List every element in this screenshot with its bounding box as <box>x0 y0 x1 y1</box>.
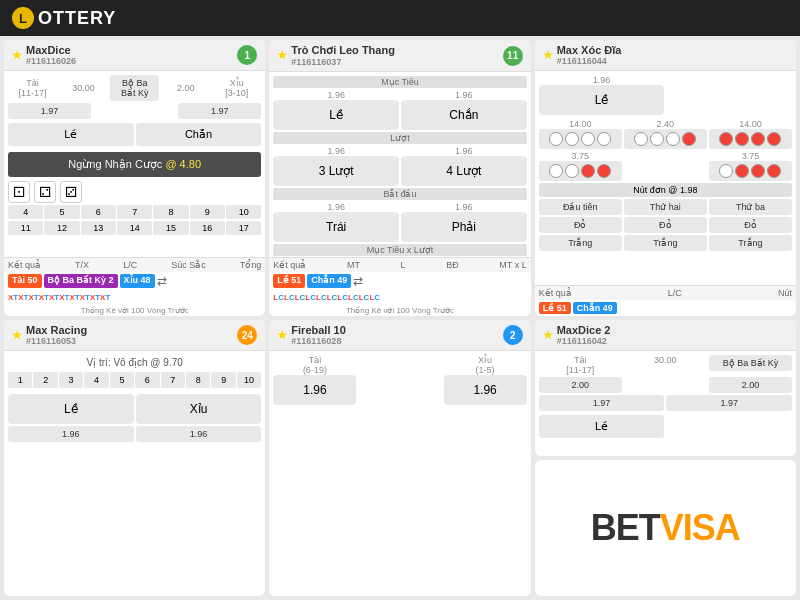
second-btn[interactable]: Thứ hai <box>624 199 707 215</box>
arrows-icon: ⇄ <box>157 274 167 288</box>
four-luot-btn[interactable]: 4 Lượt <box>401 156 527 186</box>
card-body-racing: Vị trí: Vô địch @ 9.70 1 2 3 4 5 6 7 8 9… <box>4 351 265 596</box>
racing-9[interactable]: 9 <box>211 372 235 388</box>
do3-btn[interactable]: Đỏ <box>709 217 792 233</box>
num-17[interactable]: 17 <box>226 221 261 235</box>
section-mt-x-luot: Mục Tiêu x Lượt <box>273 244 526 256</box>
dice-3: ⚂ <box>60 181 82 203</box>
num-5[interactable]: 5 <box>44 205 79 219</box>
num-11[interactable]: 11 <box>8 221 43 235</box>
tab-mtl[interactable]: MT x L <box>499 260 526 270</box>
token-2w2r-btn[interactable] <box>539 161 622 181</box>
racing-8[interactable]: 8 <box>186 372 210 388</box>
racing-3[interactable]: 3 <box>59 372 83 388</box>
card-title-maxdice: ★ MaxDice #116116026 <box>12 44 76 66</box>
nut-don-label: Nút đơn @ 1.98 <box>539 183 792 197</box>
xiu-btn[interactable]: 1.97 <box>178 103 261 119</box>
le-md2-r[interactable]: 1.97 <box>666 395 792 411</box>
tab-ketqua-xoc[interactable]: Kết quả <box>539 288 572 298</box>
racing-1[interactable]: 1 <box>8 372 32 388</box>
card-racing: ★ Max Racing #116116053 24 Vị trí: Vô đị… <box>4 320 265 596</box>
num-13[interactable]: 13 <box>81 221 116 235</box>
num-6[interactable]: 6 <box>81 205 116 219</box>
trang2-btn[interactable]: Trắng <box>624 235 707 251</box>
bo-ba-btn[interactable]: Bộ Ba Bất Kỳ <box>110 75 159 101</box>
warning-banner: Ngừng Nhận Cược @ 4.80 <box>8 152 261 177</box>
betvisa-card: BETVISA <box>535 460 796 596</box>
xiu-fb-btn[interactable]: 1.96 <box>444 375 527 405</box>
num-16[interactable]: 16 <box>190 221 225 235</box>
tab-mt[interactable]: MT <box>347 260 360 270</box>
tai-btn[interactable]: 1.97 <box>8 103 91 119</box>
bo-md2-btn[interactable]: Bộ Ba Bất Kỳ <box>709 355 792 371</box>
card-header-md2: ★ MaxDice 2 #116116042 <box>535 320 796 351</box>
card-header-fireball: ★ Fireball 10 #116116028 2 <box>269 320 530 351</box>
tab-lc-xoc[interactable]: L/C <box>668 288 682 298</box>
header: L OTTERY <box>0 0 800 36</box>
star-icon-racing: ★ <box>12 329 22 342</box>
racing-4[interactable]: 4 <box>84 372 108 388</box>
do1-btn[interactable]: Đỏ <box>539 217 622 233</box>
tai-fb-btn[interactable]: 1.96 <box>273 375 356 405</box>
racing-10[interactable]: 10 <box>237 372 261 388</box>
tag-bo: Bộ Ba Bất Kỳ 2 <box>44 274 118 288</box>
chan-mt-btn[interactable]: Chắn <box>401 100 527 130</box>
tab-lc[interactable]: L/C <box>123 260 137 270</box>
num-14[interactable]: 14 <box>117 221 152 235</box>
le-md2-btn[interactable]: Lề <box>539 415 665 438</box>
racing-5[interactable]: 5 <box>110 372 134 388</box>
card-body-maxdice: Tài [11-17] 30.00 Bộ Ba Bất Kỳ 2.00 Xỉu … <box>4 71 265 257</box>
tab-tx[interactable]: T/X <box>75 260 89 270</box>
num-7[interactable]: 7 <box>117 205 152 219</box>
num-15[interactable]: 15 <box>153 221 188 235</box>
token-4w-btn[interactable] <box>539 129 622 149</box>
num-4[interactable]: 4 <box>8 205 43 219</box>
card-body-md2: Tài [11-17] 30.00 Bộ Ba Bất Kỳ 2.00 2.00 <box>535 351 796 456</box>
xiu-racing-btn[interactable]: Xỉu <box>136 394 262 424</box>
tab-l[interactable]: L <box>401 260 406 270</box>
xiu-md2-btn[interactable]: 2.00 <box>709 377 792 393</box>
tab-bd[interactable]: BĐ <box>446 260 459 270</box>
num-12[interactable]: 12 <box>44 221 79 235</box>
racing-2[interactable]: 2 <box>33 372 57 388</box>
star-icon-fireball: ★ <box>277 329 287 342</box>
xiu-label: Xỉu <box>212 78 261 88</box>
le-btn[interactable]: Lề <box>8 123 134 146</box>
num-8[interactable]: 8 <box>153 205 188 219</box>
tai-md2-btn[interactable]: 2.00 <box>539 377 622 393</box>
chan-btn[interactable]: Chắn <box>136 123 262 146</box>
num-9[interactable]: 9 <box>190 205 225 219</box>
token-1w3r-btn[interactable] <box>709 161 792 181</box>
results-row-leo: Lề 51 Chắn 49 ⇄ <box>269 272 530 290</box>
tab-tong[interactable]: Tổng <box>240 260 262 270</box>
le-racing-btn[interactable]: Lề <box>8 394 134 424</box>
card-maxdice2: ★ MaxDice 2 #116116042 Tài [11-17] 30.00 <box>535 320 796 456</box>
card-title-fireball: ★ Fireball 10 #116116028 <box>277 324 345 346</box>
tab-ketqua[interactable]: Kết quả <box>8 260 41 270</box>
do2-btn[interactable]: Đỏ <box>624 217 707 233</box>
tab-nut[interactable]: Nút <box>778 288 792 298</box>
phai-btn[interactable]: Phải <box>401 212 527 242</box>
first-btn[interactable]: Đầu tiên <box>539 199 622 215</box>
le-xoc-btn[interactable]: Lề <box>539 85 665 115</box>
logo: L OTTERY <box>12 7 116 29</box>
three-luot-btn[interactable]: 3 Lượt <box>273 156 399 186</box>
star-icon: ★ <box>12 49 22 62</box>
trai-btn[interactable]: Trái <box>273 212 399 242</box>
card-header-xoc: ★ Max Xóc Đĩa #116116044 <box>535 40 796 71</box>
token-4r-btn[interactable] <box>709 129 792 149</box>
racing-6[interactable]: 6 <box>135 372 159 388</box>
token-3w1r-btn[interactable] <box>624 129 707 149</box>
card-xoc-dia: ★ Max Xóc Đĩa #116116044 1.96 Lề 14.00 <box>535 40 796 316</box>
trang3-btn[interactable]: Trắng <box>709 235 792 251</box>
le-mt-btn[interactable]: Lề <box>273 100 399 130</box>
third-btn[interactable]: Thứ ba <box>709 199 792 215</box>
card-header-racing: ★ Max Racing #116116053 24 <box>4 320 265 351</box>
tag-chan-49: Chắn 49 <box>307 274 351 288</box>
trang1-btn[interactable]: Trắng <box>539 235 622 251</box>
tab-sucsac[interactable]: Súc Sắc <box>171 260 206 270</box>
num-10[interactable]: 10 <box>226 205 261 219</box>
tab-ketqua-leo[interactable]: Kết quả <box>273 260 306 270</box>
le-md2-l[interactable]: 1.97 <box>539 395 665 411</box>
racing-7[interactable]: 7 <box>161 372 185 388</box>
